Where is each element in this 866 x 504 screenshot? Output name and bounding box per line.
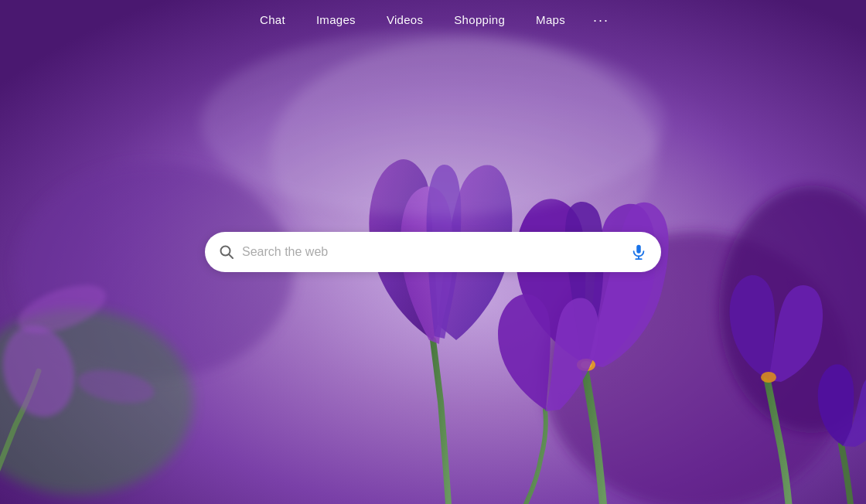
search-bar <box>205 232 661 272</box>
search-input[interactable] <box>242 245 622 259</box>
svg-rect-16 <box>636 245 641 254</box>
nav-more[interactable]: ··· <box>584 9 619 32</box>
navbar: Chat Images Videos Shopping Maps ··· <box>0 0 866 39</box>
search-icon <box>219 244 234 260</box>
nav-images[interactable]: Images <box>304 9 368 31</box>
svg-line-15 <box>229 254 233 258</box>
microphone-icon[interactable] <box>630 243 647 261</box>
svg-point-11 <box>761 372 776 383</box>
nav-shopping[interactable]: Shopping <box>442 9 517 31</box>
nav-maps[interactable]: Maps <box>523 9 578 31</box>
nav-links: Chat Images Videos Shopping Maps ··· <box>247 9 619 32</box>
nav-videos[interactable]: Videos <box>374 9 435 31</box>
search-container <box>205 232 661 272</box>
nav-chat[interactable]: Chat <box>247 9 298 31</box>
svg-point-13 <box>201 31 665 216</box>
